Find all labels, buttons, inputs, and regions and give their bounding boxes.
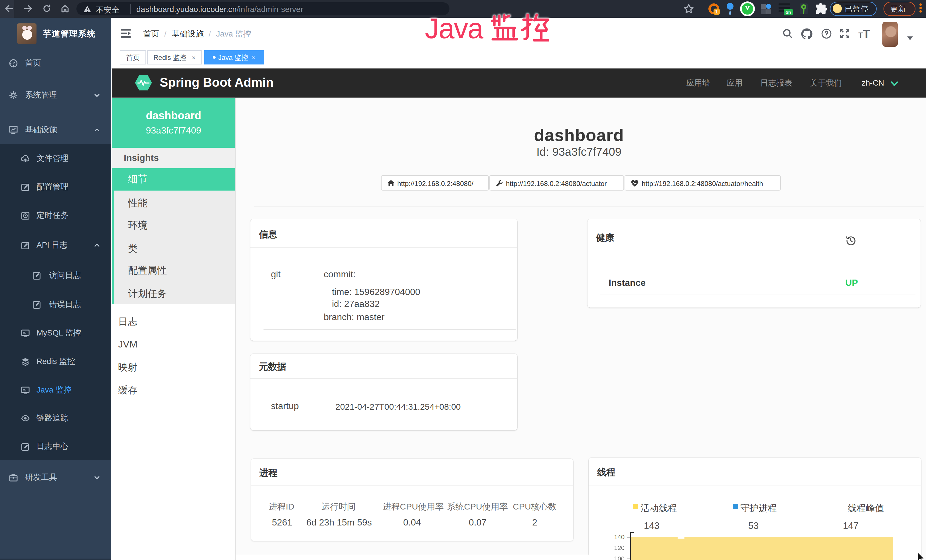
svg-text:1: 1 (715, 9, 718, 15)
svg-text:on: on (785, 10, 791, 15)
